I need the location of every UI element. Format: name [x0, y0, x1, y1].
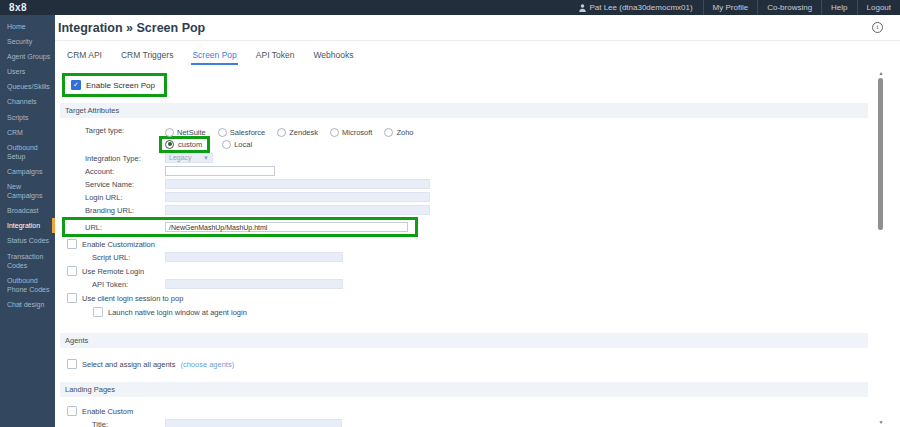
info-icon[interactable]	[872, 22, 883, 33]
user-menu[interactable]: Pat Lee (dtna30democmx01)	[569, 3, 702, 12]
app-window: 8x8 Pat Lee (dtna30democmx01) My Profile…	[0, 0, 900, 427]
radio-option-microsoft[interactable]: Microsoft	[330, 128, 372, 137]
enable-customization-checkbox[interactable]	[67, 239, 77, 249]
chevron-down-icon: ▼	[203, 153, 209, 163]
section-landing-pages: Landing Pages	[60, 382, 868, 397]
co-browsing-link[interactable]: Co-browsing	[757, 0, 821, 15]
sidebar-item-security[interactable]: Security	[0, 34, 55, 49]
tab-api-token[interactable]: API Token	[255, 50, 296, 65]
radio-option-zendesk[interactable]: Zendesk	[277, 128, 318, 137]
help-link[interactable]: Help	[821, 0, 856, 15]
enable-custom-row: Enable Custom	[62, 406, 900, 416]
branding-url-label: Branding URL:	[85, 206, 165, 215]
target-type-label: Target type:	[85, 126, 165, 135]
sidebar-item-new-campaigns[interactable]: New Campaigns	[0, 179, 55, 203]
scroll-down-arrow[interactable]: ▼	[878, 419, 884, 425]
sidebar-item-outbound-setup[interactable]: Outbound Setup	[0, 140, 55, 164]
radio-salesforce[interactable]	[218, 128, 227, 137]
use-client-login-label: Use client login session to pop	[82, 294, 183, 303]
user-icon	[579, 4, 586, 12]
user-name: Pat Lee (dtna30democmx01)	[589, 3, 692, 12]
login-url-label: Login URL:	[85, 193, 165, 202]
sidebar-item-scripts[interactable]: Scripts	[0, 110, 55, 125]
sidebar-item-home[interactable]: Home	[0, 19, 55, 34]
sidebar-item-users[interactable]: Users	[0, 64, 55, 79]
use-client-login-checkbox[interactable]	[67, 293, 77, 303]
integration-type-select[interactable]: Legacy▼	[165, 153, 213, 163]
url-annotation: URL: /NewGenMashUp/MashUp.html	[62, 217, 418, 237]
sidebar-item-campaigns[interactable]: Campaigns	[0, 164, 55, 179]
sidebar-item-chat-design[interactable]: Chat design	[0, 297, 55, 312]
account-label: Account:	[85, 167, 165, 176]
sidebar-item-status-codes[interactable]: Status Codes	[0, 233, 55, 248]
script-url-row: Script URL:	[62, 252, 900, 262]
script-url-label: Script URL:	[92, 253, 165, 262]
tab-screen-pop[interactable]: Screen Pop	[191, 50, 237, 65]
top-bar: 8x8 Pat Lee (dtna30democmx01) My Profile…	[0, 0, 900, 15]
use-client-login-row: Use client login session to pop	[62, 293, 900, 303]
tab-crm-api[interactable]: CRM API	[66, 50, 103, 65]
url-label: URL:	[85, 223, 165, 232]
launch-native-login-checkbox[interactable]	[93, 307, 103, 317]
tab-webhooks[interactable]: Webhooks	[312, 50, 354, 65]
sidebar-item-integration[interactable]: Integration	[0, 218, 55, 233]
target-type-row: Target type: NetSuite Salesforce Zendesk…	[62, 126, 900, 150]
radio-zoho[interactable]	[384, 128, 393, 137]
radio-netsuite[interactable]	[165, 128, 174, 137]
target-type-options: NetSuite Salesforce Zendesk Microsoft Zo…	[165, 126, 414, 150]
radio-option-local[interactable]: Local	[222, 140, 252, 149]
radio-custom[interactable]	[165, 140, 174, 149]
my-profile-link[interactable]: My Profile	[703, 0, 758, 15]
login-url-row: Login URL:	[62, 192, 900, 202]
enable-screen-pop-checkbox[interactable]	[71, 80, 81, 90]
sidebar-item-agent-groups[interactable]: Agent Groups	[0, 49, 55, 64]
radio-zendesk[interactable]	[277, 128, 286, 137]
section-agents: Agents	[60, 333, 868, 348]
radio-local[interactable]	[222, 140, 231, 149]
enable-custom-checkbox[interactable]	[67, 406, 77, 416]
integration-type-row: Integration Type: Legacy▼	[62, 153, 900, 163]
topbar-right: Pat Lee (dtna30democmx01) My Profile Co-…	[569, 0, 900, 15]
url-input[interactable]: /NewGenMashUp/MashUp.html	[165, 222, 408, 232]
account-input[interactable]	[165, 166, 275, 176]
sidebar-item-outbound-phone-codes[interactable]: Outbound Phone Codes	[0, 273, 55, 297]
launch-native-login-row: Launch native login window at agent logi…	[62, 307, 900, 317]
radio-option-zoho[interactable]: Zoho	[384, 128, 413, 137]
launch-native-login-label: Launch native login window at agent logi…	[108, 308, 247, 317]
sidebar-item-broadcast[interactable]: Broadcast	[0, 203, 55, 218]
integration-type-label: Integration Type:	[85, 154, 165, 163]
vertical-scrollbar[interactable]: ▲ ▼	[877, 70, 885, 425]
service-name-label: Service Name:	[85, 180, 165, 189]
api-token-input[interactable]	[165, 279, 343, 289]
tab-crm-triggers[interactable]: CRM Triggers	[120, 50, 174, 65]
radio-microsoft[interactable]	[330, 128, 339, 137]
sidebar-item-crm[interactable]: CRM	[0, 125, 55, 140]
scroll-up-arrow[interactable]: ▲	[878, 70, 884, 76]
branding-url-row: Branding URL:	[62, 205, 900, 215]
tab-bar: CRM API CRM Triggers Screen Pop API Toke…	[62, 41, 900, 65]
use-remote-login-row: Use Remote Login	[62, 266, 900, 276]
use-remote-login-checkbox[interactable]	[67, 266, 77, 276]
sidebar-item-queues-skills[interactable]: Queues/Skills	[0, 79, 55, 94]
custom-radio-annotation: custom	[159, 136, 210, 153]
script-url-input[interactable]	[165, 252, 343, 262]
choose-agents-link[interactable]: (choose agents)	[180, 360, 234, 369]
api-token-row: API Token:	[62, 279, 900, 289]
radio-option-salesforce[interactable]: Salesforce	[218, 128, 265, 137]
service-name-row: Service Name:	[62, 179, 900, 189]
sidebar-item-transaction-codes[interactable]: Transaction Codes	[0, 249, 55, 273]
section-target-attributes: Target Attributes	[60, 103, 868, 118]
logout-link[interactable]: Logout	[857, 0, 900, 15]
enable-screen-pop-label: Enable Screen Pop	[86, 81, 155, 90]
select-all-agents-checkbox[interactable]	[67, 359, 77, 369]
branding-url-input[interactable]	[165, 205, 430, 215]
landing-title-input[interactable]	[165, 419, 342, 427]
sidebar-item-channels[interactable]: Channels	[0, 94, 55, 109]
enable-customization-label: Enable Customization	[82, 240, 155, 249]
login-url-input[interactable]	[165, 192, 430, 202]
scrollbar-thumb[interactable]	[878, 78, 883, 230]
api-token-label: API Token:	[92, 280, 165, 289]
select-all-agents-label: Select and assign all agents	[82, 360, 175, 369]
enable-custom-label: Enable Custom	[82, 407, 133, 416]
service-name-input[interactable]	[165, 179, 430, 189]
